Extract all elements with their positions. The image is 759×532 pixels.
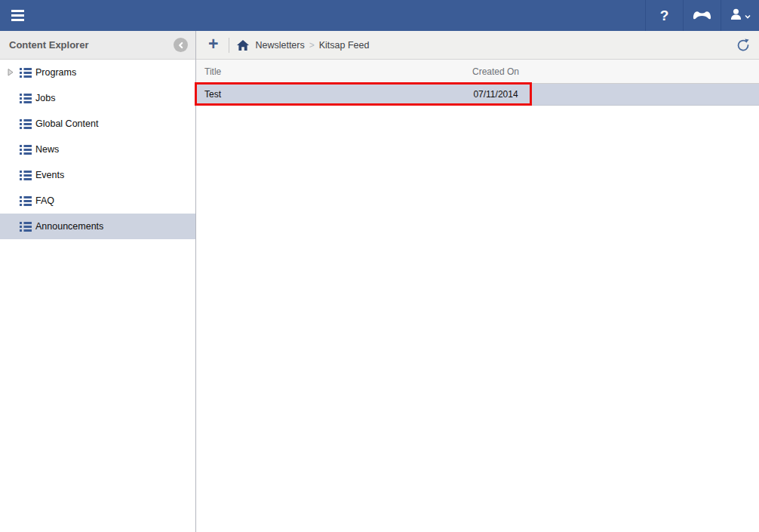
chevron-down-icon <box>745 11 751 21</box>
sidebar-title: Content Explorer <box>9 39 174 51</box>
topbar-actions: ? <box>645 0 759 31</box>
list-icon <box>20 68 32 78</box>
list-icon <box>20 94 32 103</box>
sidebar-item-label: Announcements <box>35 221 103 232</box>
main-panel: + Newsletters > Kitsap Feed Tit <box>196 31 759 532</box>
table-header: Title Created On <box>196 60 759 84</box>
user-icon <box>730 8 742 23</box>
hamburger-icon <box>11 10 24 12</box>
sidebar-item-announcements[interactable]: Announcements <box>0 214 195 239</box>
help-button[interactable]: ? <box>645 0 683 31</box>
collapse-sidebar-button[interactable] <box>174 38 188 52</box>
cell-title: Test <box>196 89 450 100</box>
sidebar-item-events[interactable]: Events <box>0 162 195 188</box>
content-area: Content Explorer <box>0 31 759 532</box>
sidebar-item-global-content[interactable]: Global Content <box>0 111 195 137</box>
breadcrumb-separator: > <box>309 40 315 51</box>
breadcrumb-item-newsletters[interactable]: Newsletters <box>255 40 304 51</box>
toolbar: + Newsletters > Kitsap Feed <box>196 31 759 60</box>
help-icon: ? <box>660 8 669 24</box>
list-icon <box>20 119 32 129</box>
home-icon[interactable] <box>237 40 249 51</box>
top-bar: ? <box>0 0 759 31</box>
sidebar-item-faq[interactable]: FAQ <box>0 188 195 214</box>
list-icon <box>20 171 32 180</box>
sidebar-item-news[interactable]: News <box>0 137 195 162</box>
add-button[interactable]: + <box>204 35 223 55</box>
cell-created-on: 07/11/2014 <box>450 89 541 100</box>
list-icon <box>20 222 32 232</box>
expand-arrow-icon[interactable] <box>8 69 20 76</box>
phone-button[interactable] <box>683 0 721 31</box>
sidebar-item-label: News <box>35 144 59 155</box>
column-header-title[interactable]: Title <box>196 66 450 77</box>
user-menu-button[interactable] <box>721 0 759 31</box>
sidebar-item-label: FAQ <box>35 195 54 206</box>
sidebar-header: Content Explorer <box>0 31 195 60</box>
breadcrumb-item-kitsap-feed[interactable]: Kitsap Feed <box>319 40 370 51</box>
content-tree: Programs Jobs <box>0 60 195 239</box>
sidebar-item-label: Programs <box>35 67 76 78</box>
breadcrumb: Newsletters > Kitsap Feed <box>237 40 736 51</box>
sidebar-item-label: Events <box>35 170 64 180</box>
hamburger-menu-button[interactable] <box>0 0 35 31</box>
list-icon <box>20 145 32 155</box>
sidebar-item-jobs[interactable]: Jobs <box>0 85 195 111</box>
sidebar-item-label: Global Content <box>35 118 98 129</box>
phone-icon <box>692 8 712 23</box>
chevron-left-icon <box>177 42 185 49</box>
sidebar-item-programs[interactable]: Programs <box>0 60 195 85</box>
refresh-button[interactable] <box>736 38 750 52</box>
content-explorer-sidebar: Content Explorer <box>0 31 196 532</box>
toolbar-divider <box>229 38 229 53</box>
refresh-icon <box>736 38 750 52</box>
sidebar-item-label: Jobs <box>35 93 55 103</box>
table-row[interactable]: Test 07/11/2014 <box>196 84 759 106</box>
column-header-created-on[interactable]: Created On <box>450 66 541 77</box>
list-icon <box>20 196 32 206</box>
